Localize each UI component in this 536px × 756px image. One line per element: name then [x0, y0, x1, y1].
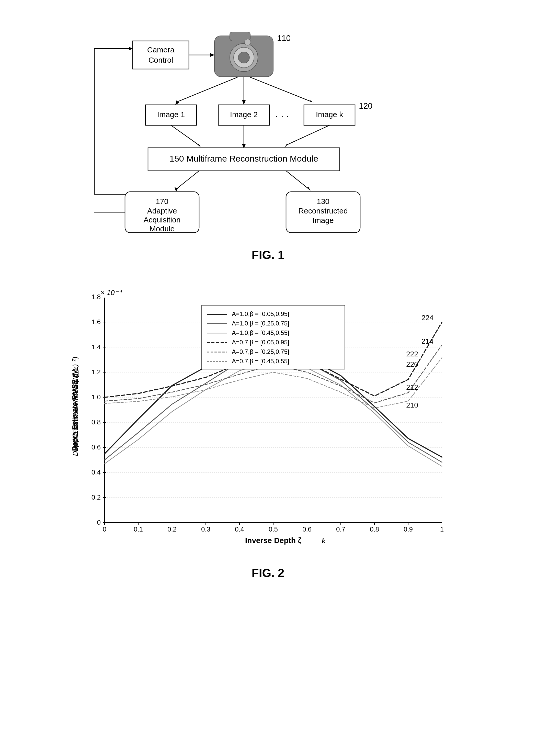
- svg-text:Inverse Depth ζ: Inverse Depth ζ: [245, 536, 301, 545]
- fig1-section: Camera Control 110: [20, 15, 516, 262]
- svg-text:0.2: 0.2: [91, 494, 100, 501]
- svg-marker-39: [175, 188, 178, 192]
- svg-text:0.7: 0.7: [336, 525, 345, 533]
- svg-text:1.8: 1.8: [91, 293, 100, 301]
- svg-text:214: 214: [421, 337, 433, 345]
- svg-text:220: 220: [406, 360, 418, 368]
- svg-text:0.4: 0.4: [91, 468, 100, 476]
- svg-text:Depth Estimate RMSE (M: Depth Estimate RMSE (M: [71, 369, 79, 451]
- svg-marker-31: [197, 144, 201, 148]
- svg-text:0.1: 0.1: [133, 525, 143, 533]
- svg-marker-8: [210, 53, 215, 57]
- svg-text:A=0.7,β = [0.25,0.75]: A=0.7,β = [0.25,0.75]: [232, 348, 289, 355]
- svg-text:A=0.7,β = [0.45,0.55]: A=0.7,β = [0.45,0.55]: [232, 358, 289, 364]
- fig2-label: FIG. 2: [252, 566, 285, 580]
- svg-point-13: [238, 52, 250, 63]
- svg-text:0.6: 0.6: [302, 525, 311, 533]
- fig1-label: FIG. 1: [252, 248, 285, 262]
- svg-point-14: [245, 39, 251, 45]
- svg-text:. . .: . . .: [275, 108, 289, 119]
- svg-text:Reconstructed: Reconstructed: [298, 207, 348, 215]
- svg-text:1.0: 1.0: [91, 393, 100, 401]
- svg-text:1: 1: [440, 525, 444, 533]
- svg-text:Adaptive: Adaptive: [147, 207, 177, 215]
- svg-text:0: 0: [103, 525, 106, 533]
- svg-text:Module: Module: [149, 224, 174, 233]
- svg-text:A=1.0,β = [0.05,0.95]: A=1.0,β = [0.05,0.95]: [232, 310, 289, 317]
- svg-marker-35: [285, 144, 288, 148]
- svg-text:130: 130: [317, 197, 329, 206]
- svg-line-16: [176, 77, 237, 102]
- svg-text:Image 1: Image 1: [157, 110, 184, 119]
- svg-text:0.8: 0.8: [91, 418, 100, 426]
- svg-text:A=1.0,β = [0.25,0.75]: A=1.0,β = [0.25,0.75]: [232, 320, 289, 327]
- svg-line-34: [286, 125, 329, 145]
- svg-text:110: 110: [277, 33, 291, 43]
- fig1-diagram: Camera Control 110: [64, 15, 473, 245]
- svg-marker-3: [129, 47, 133, 51]
- fig1-svg: Camera Control 110: [64, 15, 473, 245]
- fig2-section: × 10⁻⁴ 0 0.2 0.4: [20, 282, 516, 580]
- svg-line-20: [250, 77, 312, 102]
- svg-marker-21: [310, 100, 314, 103]
- svg-text:0.2: 0.2: [167, 525, 176, 533]
- svg-text:0.3: 0.3: [201, 525, 210, 533]
- svg-text:): ): [71, 357, 79, 359]
- svg-line-30: [171, 125, 199, 145]
- svg-line-40: [286, 171, 309, 189]
- page: Camera Control 110: [0, 0, 536, 756]
- svg-text:150 Multiframe Reconstruction : 150 Multiframe Reconstruction Module: [169, 154, 318, 163]
- svg-text:0.9: 0.9: [403, 525, 413, 533]
- svg-text:0.6: 0.6: [91, 443, 100, 451]
- svg-marker-19: [242, 100, 246, 105]
- svg-text:Image k: Image k: [316, 110, 343, 119]
- svg-text:× 10⁻⁴: × 10⁻⁴: [100, 289, 122, 296]
- svg-text:0: 0: [97, 519, 100, 526]
- svg-text:224: 224: [421, 314, 433, 322]
- svg-text:120: 120: [359, 101, 372, 111]
- svg-text:Control: Control: [148, 56, 173, 64]
- svg-text:Image 2: Image 2: [230, 110, 257, 119]
- svg-text:222: 222: [406, 350, 418, 358]
- svg-line-38: [176, 171, 199, 189]
- svg-text:Image: Image: [312, 216, 334, 224]
- svg-text:0.4: 0.4: [235, 525, 244, 533]
- svg-text:0.8: 0.8: [370, 525, 379, 533]
- svg-text:A=1.0,β = [0.45,0.55]: A=1.0,β = [0.45,0.55]: [232, 329, 289, 336]
- svg-text:170: 170: [155, 197, 168, 206]
- svg-text:212: 212: [406, 383, 418, 391]
- svg-text:Acquisition: Acquisition: [143, 216, 181, 224]
- svg-text:0.5: 0.5: [268, 525, 278, 533]
- chart-container: × 10⁻⁴ 0 0.2 0.4: [64, 282, 473, 564]
- svg-text:k: k: [322, 537, 326, 544]
- svg-text:1.4: 1.4: [91, 343, 100, 351]
- svg-text:Camera: Camera: [147, 46, 174, 54]
- svg-text:210: 210: [406, 401, 418, 409]
- svg-text:A=0.7,β = [0.05,0.95]: A=0.7,β = [0.05,0.95]: [232, 339, 289, 346]
- svg-text:1.2: 1.2: [91, 368, 100, 376]
- svg-text:1.6: 1.6: [91, 318, 100, 326]
- svg-rect-4: [133, 41, 189, 69]
- fig2-svg: × 10⁻⁴ 0 0.2 0.4: [64, 282, 473, 564]
